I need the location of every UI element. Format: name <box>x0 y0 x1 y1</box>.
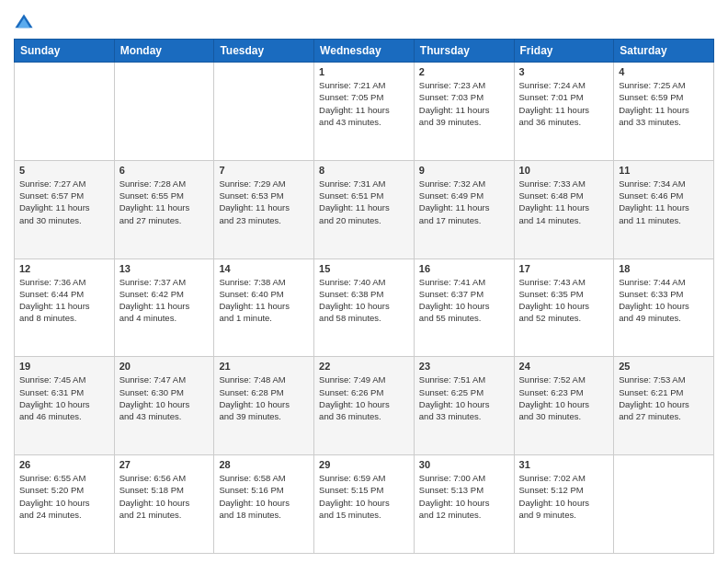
calendar-cell: 12Sunrise: 7:36 AM Sunset: 6:44 PM Dayli… <box>15 259 115 357</box>
calendar: SundayMondayTuesdayWednesdayThursdayFrid… <box>14 39 714 554</box>
day-info: Sunrise: 7:29 AM Sunset: 6:53 PM Dayligh… <box>219 178 309 226</box>
day-number: 16 <box>419 263 509 274</box>
calendar-cell: 17Sunrise: 7:43 AM Sunset: 6:35 PM Dayli… <box>514 259 614 357</box>
calendar-cell: 24Sunrise: 7:52 AM Sunset: 6:23 PM Dayli… <box>514 357 614 455</box>
day-info: Sunrise: 7:53 AM Sunset: 6:21 PM Dayligh… <box>619 373 709 422</box>
day-number: 20 <box>119 361 210 372</box>
day-info: Sunrise: 6:55 AM Sunset: 5:20 PM Dayligh… <box>19 472 109 521</box>
day-info: Sunrise: 7:21 AM Sunset: 7:05 PM Dayligh… <box>319 79 409 128</box>
calendar-cell: 6Sunrise: 7:28 AM Sunset: 6:55 PM Daylig… <box>114 160 214 259</box>
day-number: 12 <box>19 263 109 274</box>
calendar-cell: 15Sunrise: 7:40 AM Sunset: 6:38 PM Dayli… <box>314 259 415 357</box>
calendar-cell <box>614 455 714 554</box>
day-info: Sunrise: 7:45 AM Sunset: 6:31 PM Dayligh… <box>19 373 109 422</box>
day-info: Sunrise: 7:23 AM Sunset: 7:03 PM Dayligh… <box>419 79 509 128</box>
day-header-wednesday: Wednesday <box>314 40 415 63</box>
day-info: Sunrise: 7:25 AM Sunset: 6:59 PM Dayligh… <box>619 79 709 128</box>
day-header-sunday: Sunday <box>15 40 115 63</box>
calendar-cell <box>114 63 214 161</box>
day-number: 28 <box>219 459 309 470</box>
day-info: Sunrise: 7:43 AM Sunset: 6:35 PM Dayligh… <box>519 276 609 325</box>
calendar-cell: 10Sunrise: 7:33 AM Sunset: 6:48 PM Dayli… <box>514 160 614 259</box>
day-info: Sunrise: 7:37 AM Sunset: 6:42 PM Dayligh… <box>119 276 210 325</box>
day-info: Sunrise: 7:32 AM Sunset: 6:49 PM Dayligh… <box>419 178 509 226</box>
calendar-cell: 13Sunrise: 7:37 AM Sunset: 6:42 PM Dayli… <box>114 259 214 357</box>
day-number: 7 <box>219 165 309 176</box>
day-header-thursday: Thursday <box>414 40 514 63</box>
day-number: 22 <box>319 361 409 372</box>
day-info: Sunrise: 7:31 AM Sunset: 6:51 PM Dayligh… <box>319 178 409 226</box>
day-info: Sunrise: 7:34 AM Sunset: 6:46 PM Dayligh… <box>619 178 709 226</box>
day-info: Sunrise: 7:02 AM Sunset: 5:12 PM Dayligh… <box>519 472 609 521</box>
calendar-cell <box>214 63 314 161</box>
day-number: 23 <box>419 361 509 372</box>
day-number: 29 <box>319 459 409 470</box>
calendar-week-4: 19Sunrise: 7:45 AM Sunset: 6:31 PM Dayli… <box>15 357 714 455</box>
calendar-cell: 28Sunrise: 6:58 AM Sunset: 5:16 PM Dayli… <box>214 455 314 554</box>
day-number: 17 <box>519 263 609 274</box>
day-info: Sunrise: 7:28 AM Sunset: 6:55 PM Dayligh… <box>119 178 210 226</box>
day-info: Sunrise: 7:40 AM Sunset: 6:38 PM Dayligh… <box>319 276 409 325</box>
calendar-cell: 3Sunrise: 7:24 AM Sunset: 7:01 PM Daylig… <box>514 63 614 161</box>
day-info: Sunrise: 7:41 AM Sunset: 6:37 PM Dayligh… <box>419 276 509 325</box>
calendar-cell: 5Sunrise: 7:27 AM Sunset: 6:57 PM Daylig… <box>15 160 115 259</box>
day-info: Sunrise: 7:38 AM Sunset: 6:40 PM Dayligh… <box>219 276 309 325</box>
page: SundayMondayTuesdayWednesdayThursdayFrid… <box>0 0 728 563</box>
calendar-cell <box>15 63 115 161</box>
calendar-cell: 7Sunrise: 7:29 AM Sunset: 6:53 PM Daylig… <box>214 160 314 259</box>
day-number: 5 <box>19 165 109 176</box>
calendar-cell: 29Sunrise: 6:59 AM Sunset: 5:15 PM Dayli… <box>314 455 415 554</box>
day-info: Sunrise: 7:00 AM Sunset: 5:13 PM Dayligh… <box>419 472 509 521</box>
day-info: Sunrise: 7:44 AM Sunset: 6:33 PM Dayligh… <box>619 276 709 325</box>
day-number: 4 <box>619 66 709 77</box>
day-number: 25 <box>619 361 709 372</box>
calendar-week-1: 1Sunrise: 7:21 AM Sunset: 7:05 PM Daylig… <box>15 63 714 161</box>
day-number: 13 <box>119 263 210 274</box>
day-number: 1 <box>319 66 409 77</box>
calendar-cell: 9Sunrise: 7:32 AM Sunset: 6:49 PM Daylig… <box>414 160 514 259</box>
calendar-cell: 25Sunrise: 7:53 AM Sunset: 6:21 PM Dayli… <box>614 357 714 455</box>
day-info: Sunrise: 7:48 AM Sunset: 6:28 PM Dayligh… <box>219 373 309 422</box>
day-header-saturday: Saturday <box>614 40 714 63</box>
day-number: 14 <box>219 263 309 274</box>
day-number: 27 <box>119 459 210 470</box>
day-number: 19 <box>19 361 109 372</box>
day-number: 9 <box>419 165 509 176</box>
calendar-cell: 16Sunrise: 7:41 AM Sunset: 6:37 PM Dayli… <box>414 259 514 357</box>
day-number: 21 <box>219 361 309 372</box>
day-number: 30 <box>419 459 509 470</box>
calendar-cell: 11Sunrise: 7:34 AM Sunset: 6:46 PM Dayli… <box>614 160 714 259</box>
header <box>14 9 714 33</box>
day-number: 3 <box>519 66 609 77</box>
calendar-cell: 20Sunrise: 7:47 AM Sunset: 6:30 PM Dayli… <box>114 357 214 455</box>
day-info: Sunrise: 6:58 AM Sunset: 5:16 PM Dayligh… <box>219 472 309 521</box>
day-number: 15 <box>319 263 409 274</box>
calendar-cell: 1Sunrise: 7:21 AM Sunset: 7:05 PM Daylig… <box>314 63 415 161</box>
day-header-tuesday: Tuesday <box>214 40 314 63</box>
day-number: 18 <box>619 263 709 274</box>
calendar-cell: 14Sunrise: 7:38 AM Sunset: 6:40 PM Dayli… <box>214 259 314 357</box>
calendar-cell: 18Sunrise: 7:44 AM Sunset: 6:33 PM Dayli… <box>614 259 714 357</box>
day-info: Sunrise: 7:49 AM Sunset: 6:26 PM Dayligh… <box>319 373 409 422</box>
day-header-friday: Friday <box>514 40 614 63</box>
day-info: Sunrise: 7:27 AM Sunset: 6:57 PM Dayligh… <box>19 178 109 226</box>
day-info: Sunrise: 7:52 AM Sunset: 6:23 PM Dayligh… <box>519 373 609 422</box>
calendar-week-3: 12Sunrise: 7:36 AM Sunset: 6:44 PM Dayli… <box>15 259 714 357</box>
day-info: Sunrise: 7:36 AM Sunset: 6:44 PM Dayligh… <box>19 276 109 325</box>
calendar-cell: 23Sunrise: 7:51 AM Sunset: 6:25 PM Dayli… <box>414 357 514 455</box>
day-info: Sunrise: 7:33 AM Sunset: 6:48 PM Dayligh… <box>519 178 609 226</box>
day-number: 2 <box>419 66 509 77</box>
day-number: 26 <box>19 459 109 470</box>
calendar-cell: 26Sunrise: 6:55 AM Sunset: 5:20 PM Dayli… <box>15 455 115 554</box>
day-header-monday: Monday <box>114 40 214 63</box>
logo <box>14 13 38 33</box>
calendar-header-row: SundayMondayTuesdayWednesdayThursdayFrid… <box>15 40 714 63</box>
calendar-cell: 27Sunrise: 6:56 AM Sunset: 5:18 PM Dayli… <box>114 455 214 554</box>
day-info: Sunrise: 6:59 AM Sunset: 5:15 PM Dayligh… <box>319 472 409 521</box>
day-info: Sunrise: 7:47 AM Sunset: 6:30 PM Dayligh… <box>119 373 210 422</box>
day-number: 10 <box>519 165 609 176</box>
calendar-week-2: 5Sunrise: 7:27 AM Sunset: 6:57 PM Daylig… <box>15 160 714 259</box>
calendar-cell: 19Sunrise: 7:45 AM Sunset: 6:31 PM Dayli… <box>15 357 115 455</box>
calendar-cell: 21Sunrise: 7:48 AM Sunset: 6:28 PM Dayli… <box>214 357 314 455</box>
day-number: 24 <box>519 361 609 372</box>
